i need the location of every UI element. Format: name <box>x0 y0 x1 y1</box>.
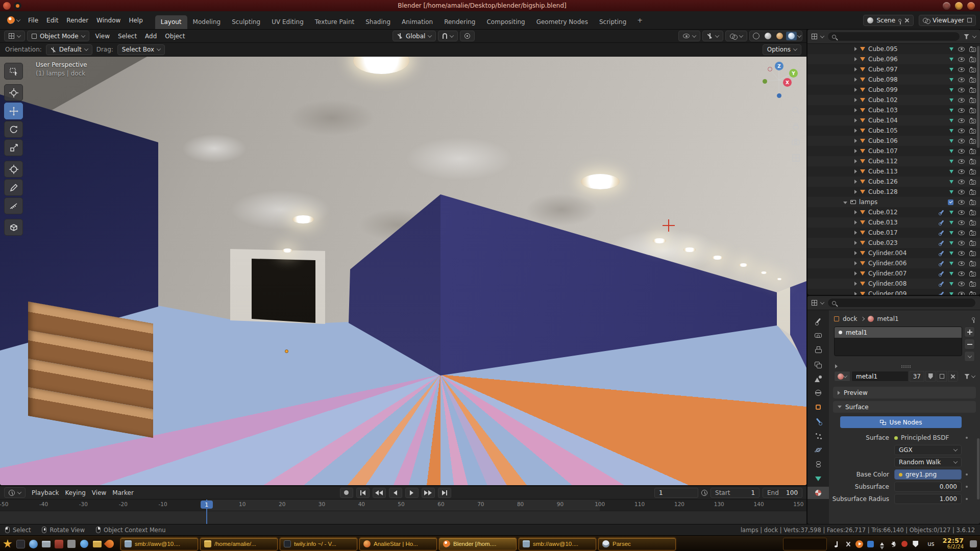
gizmo-minus-x-axis[interactable] <box>768 67 772 71</box>
gizmo-x-axis[interactable]: X <box>783 78 792 87</box>
launcher-icon[interactable] <box>66 538 77 549</box>
material-slot-row[interactable]: metal1 <box>835 327 962 338</box>
taskbar-window-button[interactable]: AnalieStar | Ho... <box>359 538 437 550</box>
cursor-tool-button[interactable] <box>4 84 23 101</box>
visibility-eye-icon[interactable] <box>958 88 965 92</box>
object-name[interactable]: Cube.095 <box>868 45 898 53</box>
workspace-tab[interactable]: Geometry Nodes <box>531 15 594 29</box>
launcher-icon[interactable] <box>53 538 64 549</box>
visibility-eye-icon[interactable] <box>958 231 965 235</box>
outliner-row[interactable]: Cylinder.006 <box>807 258 980 268</box>
expand-arrow-icon[interactable] <box>854 168 857 175</box>
properties-tab[interactable] <box>807 372 829 385</box>
preview-range-icon[interactable] <box>701 490 707 496</box>
visibility-eye-icon[interactable] <box>958 220 965 225</box>
view-layer-selector[interactable]: ViewLayer <box>919 15 976 26</box>
collection-checkbox[interactable] <box>948 199 953 205</box>
object-name[interactable]: Cylinder.007 <box>868 270 906 277</box>
expand-arrow-icon[interactable] <box>854 260 857 267</box>
scale-tool-button[interactable] <box>4 139 23 156</box>
outliner-row[interactable]: Cube.104 <box>807 115 980 126</box>
orientation-setting-dropdown[interactable]: Default <box>46 44 92 55</box>
taskbar-window-button[interactable]: smb://awv@10.... <box>519 538 596 550</box>
snap-toggle[interactable] <box>438 31 458 41</box>
outliner-editor-type-icon[interactable] <box>812 34 817 39</box>
visibility-eye-icon[interactable] <box>958 271 965 276</box>
editor-type-button[interactable] <box>4 31 25 41</box>
use-nodes-button[interactable]: Use Nodes <box>840 416 962 428</box>
visibility-eye-icon[interactable] <box>958 251 965 256</box>
workspace-tab[interactable]: Compositing <box>481 15 530 29</box>
tray-icon[interactable] <box>855 540 863 548</box>
render-visibility-camera-icon[interactable] <box>969 170 976 174</box>
object-name[interactable]: Cube.013 <box>868 219 898 226</box>
properties-tab[interactable] <box>807 415 829 428</box>
zoom-icon[interactable] <box>791 106 801 115</box>
subsurface-radius-slider[interactable]: 1.000 <box>894 494 962 504</box>
outliner-row[interactable]: Cube.017 <box>807 228 980 238</box>
expand-arrow-icon[interactable] <box>854 290 857 295</box>
minimize-button[interactable] <box>943 2 950 10</box>
viewport-menu-item[interactable]: Select <box>114 33 141 40</box>
subsurface-method-dropdown[interactable]: Random Walk <box>894 457 962 467</box>
expand-arrow-icon[interactable] <box>854 219 857 226</box>
gizmo-y-axis[interactable]: Y <box>789 69 798 78</box>
render-visibility-camera-icon[interactable] <box>969 221 976 226</box>
outliner-scrollbar[interactable] <box>977 46 979 148</box>
options-dropdown[interactable]: Options <box>763 44 801 55</box>
previous-keyframe-button[interactable] <box>373 488 386 498</box>
transform-orientation-selector[interactable]: Global <box>393 31 436 41</box>
blender-menu-button[interactable] <box>4 16 23 24</box>
workspace-tab[interactable]: Scripting <box>594 15 632 29</box>
browse-material-button[interactable] <box>834 371 850 382</box>
tray-icon[interactable] <box>844 540 852 548</box>
render-visibility-camera-icon[interactable] <box>969 180 976 185</box>
object-name[interactable]: Cube.102 <box>868 96 898 104</box>
annotate-tool-button[interactable] <box>4 179 23 196</box>
expand-arrow-icon[interactable] <box>854 96 857 104</box>
expand-arrow-icon[interactable] <box>854 45 857 53</box>
properties-tab[interactable] <box>807 358 829 370</box>
object-origin-dot[interactable] <box>285 349 288 353</box>
object-name[interactable]: Cube.098 <box>868 76 898 83</box>
visibility-eye-icon[interactable] <box>958 67 965 72</box>
base-color-texture-field[interactable]: grey1.png <box>894 469 962 480</box>
tray-icon[interactable] <box>900 540 908 548</box>
play-button[interactable] <box>405 488 419 498</box>
visibility-eye-icon[interactable] <box>958 282 965 286</box>
render-visibility-camera-icon[interactable] <box>969 160 976 164</box>
breadcrumb-object[interactable]: dock <box>843 315 857 322</box>
camera-view-icon[interactable] <box>791 137 801 147</box>
scene-selector[interactable]: Scene <box>863 15 914 26</box>
new-material-button[interactable] <box>937 371 947 382</box>
render-visibility-camera-icon[interactable] <box>969 78 976 83</box>
render-visibility-camera-icon[interactable] <box>969 211 976 215</box>
render-visibility-camera-icon[interactable] <box>969 149 976 154</box>
expand-arrow-icon[interactable] <box>854 107 857 114</box>
outliner-row[interactable]: Cube.128 <box>807 187 980 197</box>
expand-arrow-icon[interactable] <box>854 270 857 277</box>
visibility-eye-icon[interactable] <box>958 241 965 245</box>
light-object-crosshair[interactable] <box>663 219 675 232</box>
pin-id-icon[interactable] <box>972 317 975 320</box>
menu-item[interactable]: Window <box>92 15 125 26</box>
visibility-eye-icon[interactable] <box>958 261 965 266</box>
viewport-menu-item[interactable]: Object <box>161 33 189 40</box>
tray-icon[interactable] <box>912 540 919 548</box>
drag-setting-dropdown[interactable]: Select Box <box>117 44 165 55</box>
outliner-row[interactable]: Cube.013 <box>807 217 980 228</box>
material-slot-list[interactable]: metal1 <box>834 327 962 356</box>
object-name[interactable]: Cube.106 <box>868 137 898 144</box>
material-name-field[interactable]: metal1 <box>851 371 909 382</box>
select-box-tool-button[interactable] <box>4 63 23 80</box>
gizmos-dropdown[interactable] <box>702 31 723 41</box>
properties-tab[interactable] <box>807 330 829 342</box>
timeline-editor-type-button[interactable] <box>4 487 26 498</box>
ortho-grid-icon[interactable] <box>791 153 801 163</box>
new-view-layer-icon[interactable] <box>967 18 972 22</box>
visibility-eye-icon[interactable] <box>958 139 965 143</box>
object-name[interactable]: Cube.103 <box>868 107 898 114</box>
material-filter-dropdown[interactable] <box>964 374 975 379</box>
expand-arrow-icon[interactable] <box>854 86 857 93</box>
visibility-eye-icon[interactable] <box>958 57 965 62</box>
